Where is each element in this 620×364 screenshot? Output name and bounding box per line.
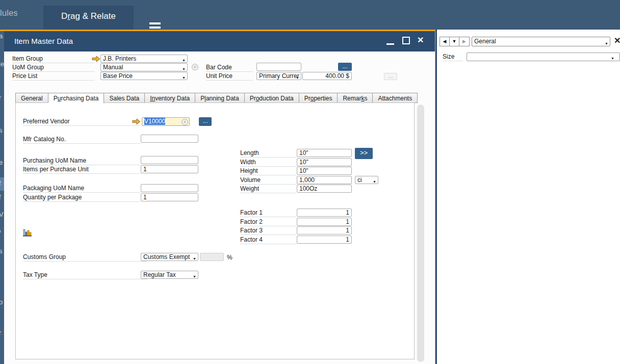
menu-fragment: r — [0, 94, 1, 101]
menu-fragment: \ — [0, 226, 1, 234]
mfr-catalog-label: Mfr Catalog No. — [23, 136, 140, 144]
items-per-unit-label: Items per Purchase Unit — [23, 166, 140, 174]
packaging-uom-input[interactable] — [141, 184, 198, 192]
tab-purchasing-data[interactable]: Purchasing Data — [48, 93, 105, 103]
side-panel-close-icon[interactable]: ✕ — [614, 36, 620, 45]
chevron-down-icon: ▼ — [193, 273, 196, 279]
customs-group-label: Customs Group — [23, 253, 147, 262]
factor1-input[interactable]: 1 — [297, 209, 352, 217]
length-label: Length — [240, 149, 296, 158]
qty-per-package-input[interactable]: 1 — [141, 193, 198, 201]
packaging-uom-label: Packaging UoM Name — [23, 185, 140, 193]
menu-fragment: V — [0, 211, 4, 218]
window-grip-icon[interactable] — [149, 27, 161, 29]
mfr-catalog-input[interactable] — [141, 135, 198, 143]
item-master-tabs: General Purchasing Data Sales Data Inven… — [15, 93, 418, 103]
tab-production-data[interactable]: Production Data — [245, 93, 299, 103]
preferred-vendor-more-button[interactable]: ... — [199, 117, 212, 126]
size-label: Size — [443, 53, 463, 61]
factor3-label: Factor 3 — [240, 227, 296, 235]
close-icon[interactable]: ✕ — [417, 35, 424, 45]
menu-fragment: s — [0, 247, 3, 255]
tab-modules-partial[interactable]: lules — [0, 8, 17, 21]
window-grip-icon[interactable] — [149, 22, 161, 24]
tab-inventory-data[interactable]: Inventory Data — [145, 93, 195, 103]
tab-drag-and-relate[interactable]: Drag & Relate — [43, 6, 134, 30]
tab-sales-data[interactable]: Sales Data — [104, 93, 145, 103]
expand-dimensions-button[interactable]: >> — [355, 148, 373, 159]
window-title: Item Master Data — [14, 37, 73, 45]
link-arrow-icon[interactable] — [132, 118, 141, 125]
customs-percent-input — [200, 253, 224, 261]
purchasing-uom-input[interactable] — [141, 156, 198, 164]
width-input[interactable]: 10" — [297, 158, 352, 166]
factor2-label: Factor 2 — [240, 218, 296, 226]
chevron-down-icon: ▼ — [182, 66, 186, 71]
tab-attachments[interactable]: Attachments — [373, 93, 418, 103]
nav-dropdown-icon[interactable]: ▼ — [450, 37, 459, 46]
volume-input[interactable]: 1,000 — [297, 176, 352, 184]
unit-price-more-button[interactable]: ... — [384, 73, 397, 80]
factor1-label: Factor 1 — [240, 209, 296, 217]
menu-fragment: le — [0, 60, 4, 68]
item-master-data-titlebar: Item Master Data ✕ — [4, 31, 435, 51]
maximize-icon[interactable] — [402, 37, 410, 44]
items-per-unit-input[interactable]: 1 — [141, 165, 198, 173]
qty-per-package-label: Quantity per Package — [23, 194, 140, 202]
tax-type-select[interactable]: Regular Tax▼ — [141, 271, 198, 279]
width-label: Width — [240, 159, 296, 167]
item-group-select[interactable]: J.B. Printers▼ — [100, 55, 188, 63]
volume-label: Volume — [240, 176, 296, 185]
uom-group-select[interactable]: Manual▼ — [100, 63, 188, 71]
menu-fragment: r — [0, 329, 1, 336]
top-application-bar: lules Drag & Relate — [0, 0, 620, 30]
weight-input[interactable]: 100Oz — [297, 185, 352, 193]
factor3-input[interactable]: 1 — [297, 226, 352, 235]
link-arrow-icon[interactable] — [92, 56, 100, 62]
unit-price-input[interactable]: 400.00 $ — [302, 72, 352, 80]
customs-group-select[interactable]: Customs Exempt▼ — [141, 253, 198, 261]
side-view-select[interactable]: General▼ — [472, 37, 610, 46]
unit-price-label: Unit Price — [206, 72, 253, 81]
nav-next-icon[interactable]: ▶ — [459, 37, 469, 46]
bar-chart-icon[interactable] — [23, 228, 32, 237]
price-list-select[interactable]: Base Price▼ — [100, 72, 188, 80]
tab-properties[interactable]: Properties — [299, 93, 338, 103]
purchasing-uom-label: Purchasing UoM Name — [23, 157, 140, 165]
purchasing-data-panel: Preferred Vendor V10000 ≡ ... Mfr Catalo… — [15, 102, 415, 359]
choose-from-list-icon[interactable]: ≡ — [182, 119, 188, 125]
price-list-label: Price List — [12, 72, 95, 81]
chevron-down-icon: ▼ — [605, 40, 608, 46]
bar-code-input[interactable] — [256, 63, 301, 71]
factor4-label: Factor 4 — [240, 236, 296, 244]
chevron-down-icon: ▼ — [611, 55, 614, 61]
height-input[interactable]: 10" — [297, 167, 352, 175]
size-select[interactable]: ▼ — [467, 53, 620, 61]
menu-fragment: f — [0, 179, 1, 187]
volume-unit-select[interactable]: ci▼ — [355, 176, 378, 184]
chevron-down-icon: ▼ — [373, 178, 376, 184]
chevron-down-icon: ▼ — [193, 255, 196, 261]
menu-fragment: a — [0, 32, 3, 40]
tab-planning-data[interactable]: Planning Data — [195, 93, 244, 103]
bar-code-more-button[interactable]: ... — [338, 63, 352, 71]
menu-fragment: o — [0, 298, 3, 306]
preferred-vendor-label: Preferred Vendor — [23, 118, 140, 126]
nav-previous-icon[interactable]: ◀ — [440, 37, 450, 46]
minimize-icon[interactable] — [386, 43, 394, 45]
menu-fragment: s — [0, 126, 3, 134]
record-navigator: ◀ ▼ ▶ — [440, 37, 470, 46]
unit-price-currency-select[interactable]: Primary Currer▼ — [256, 72, 301, 80]
factor2-input[interactable]: 1 — [297, 218, 352, 226]
vertical-scrollbar[interactable] — [417, 105, 424, 362]
tab-remarks[interactable]: Remarks — [338, 93, 373, 103]
chevron-down-icon: ▼ — [296, 74, 299, 80]
chevron-down-icon: ▼ — [182, 74, 186, 80]
tab-general[interactable]: General — [15, 93, 48, 103]
length-input[interactable]: 10" — [297, 149, 352, 157]
factor4-input[interactable]: 1 — [297, 236, 352, 244]
modules-menu-edge: a le r s e f f V \ s o r — [0, 31, 4, 364]
preferred-vendor-input[interactable]: V10000 ≡ — [142, 117, 190, 126]
list-details-icon[interactable]: ≡ — [192, 64, 198, 70]
percent-suffix: % — [227, 254, 232, 261]
